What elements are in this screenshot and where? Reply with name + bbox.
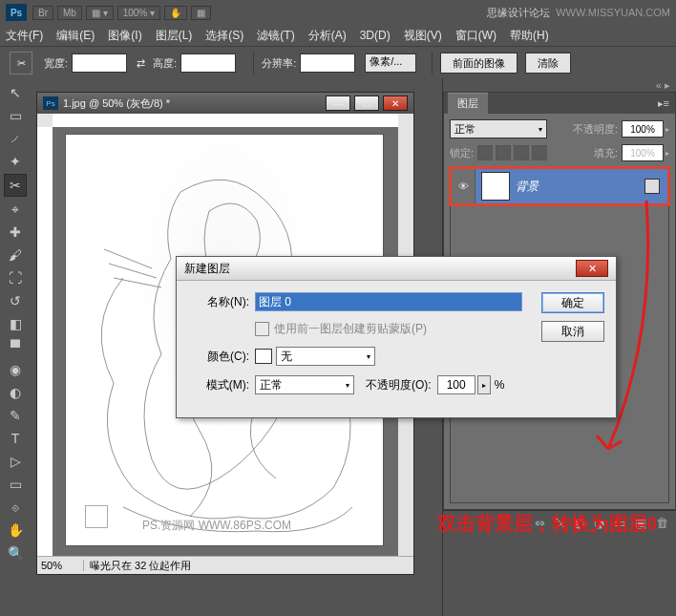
bridge-button[interactable]: Br [32,6,53,20]
ruler-vertical[interactable] [37,127,53,557]
dlg-opacity-label: 不透明度(O): [366,377,432,393]
heal-tool[interactable]: ✚ [5,222,26,243]
opacity-label: 不透明度: [573,122,618,137]
app-titlebar: Ps Br Mb ▦ ▾ 100% ▾ ✋ ▦ 思缘设计论坛 WWW.MISSY… [0,0,676,25]
doc-minimize-button[interactable]: — [326,96,350,111]
opacity-stepper[interactable]: ▸ [477,375,491,394]
blur-tool[interactable]: ◉ [5,359,26,380]
lock-label: 锁定: [450,146,474,160]
layer-name[interactable]: 背景 [516,179,539,195]
screen-mode-button[interactable]: ▦ ▾ [86,6,114,20]
mode-dropdown[interactable]: 正常▾ [255,375,354,394]
panel-menu-icon[interactable]: ▸≡ [658,97,669,110]
new-layer-dialog: 新建图层 ✕ 名称(N): 使用前一图层创建剪贴蒙版(P) 颜色(C): 无▾ … [176,256,617,418]
cancel-button[interactable]: 取消 [541,321,604,342]
hand-button[interactable]: ✋ [164,6,187,20]
document-statusbar: 50% 曝光只在 32 位起作用 [37,556,413,574]
layer-thumbnail[interactable] [481,172,510,201]
dlg-opacity-field[interactable]: 100 [437,375,475,394]
marquee-tool[interactable]: ▭ [5,105,26,126]
ok-button[interactable]: 确定 [541,292,604,313]
wand-tool[interactable]: ✦ [5,151,26,172]
toolbox: ↖ ▭ ⟋ ✦ ✂ ⌖ ✚ 🖌 ⛶ ↺ ◧ ▀ ◉ ◐ ✎ T ▷ ▭ ⟐ ✋ … [0,78,31,616]
stamp-tool[interactable]: ⛶ [5,267,26,288]
blend-mode-dropdown[interactable]: 正常▾ [450,119,547,138]
menu-analysis[interactable]: 分析(A) [308,28,347,44]
res-unit-dropdown[interactable]: 像素/... [365,53,416,73]
doc-close-button[interactable]: ✕ [383,96,408,111]
path-tool[interactable]: ▷ [5,451,26,472]
menu-layer[interactable]: 图层(L) [156,28,193,44]
menubar: 文件(F) 编辑(E) 图像(I) 图层(L) 选择(S) 滤镜(T) 分析(A… [0,25,676,46]
crop-tool-icon[interactable]: ✂ [10,52,32,74]
height-label: 高度: [153,56,177,71]
dialog-close-button[interactable]: ✕ [576,260,608,277]
opacity-field[interactable]: 100% [622,120,664,138]
zoom-tool[interactable]: 🔍 [5,542,26,563]
arrange-button[interactable]: ▦ [191,6,211,20]
name-label: 名称(N): [188,294,249,310]
menu-edit[interactable]: 编辑(E) [56,28,95,44]
visibility-icon[interactable]: 👁 [452,169,475,203]
res-label: 分辨率: [262,56,296,71]
eraser-tool[interactable]: ◧ [5,313,26,334]
dialog-title: 新建图层 [184,261,230,277]
menu-file[interactable]: 文件(F) [6,28,43,44]
3d-tool[interactable]: ⟐ [5,497,26,518]
color-dropdown[interactable]: 无▾ [276,347,375,366]
mode-label: 模式(M): [188,377,249,393]
layers-tab[interactable]: 图层 [448,93,488,114]
seal-icon [85,505,108,528]
menu-select[interactable]: 选择(S) [205,28,243,44]
delete-icon[interactable]: 🗑 [656,516,668,530]
doc-maximize-button[interactable]: ☐ [354,96,379,111]
lasso-tool[interactable]: ⟋ [5,128,26,149]
zoom-field[interactable]: 50% [41,560,84,571]
lock-pixels-icon[interactable] [496,145,511,160]
menu-window[interactable]: 窗口(W) [455,28,496,44]
fill-field[interactable]: 100% [622,144,664,161]
crop-tool[interactable]: ✂ [4,174,27,197]
options-bar: ✂ 宽度: ⇄ 高度: 分辨率: 像素/... 前面的图像 清除 [0,46,676,80]
brush-tool[interactable]: 🖌 [5,244,26,266]
minibridge-button[interactable]: Mb [57,6,82,20]
eyedropper-tool[interactable]: ⌖ [5,199,26,220]
height-field[interactable] [180,53,236,73]
color-label: 颜色(C): [188,349,249,365]
dodge-tool[interactable]: ◐ [5,382,26,403]
menu-help[interactable]: 帮助(H) [510,28,549,44]
ps-logo: Ps [6,4,27,21]
gradient-tool[interactable]: ▀ [5,336,26,357]
lock-position-icon[interactable] [514,145,529,160]
document-titlebar[interactable]: Ps 1.jpg @ 50% (灰色/8) * — ☐ ✕ [37,93,413,114]
pen-tool[interactable]: ✎ [5,405,26,426]
move-tool[interactable]: ↖ [5,82,26,103]
lock-all-icon[interactable] [532,145,547,160]
name-field[interactable] [255,292,522,311]
dialog-titlebar[interactable]: 新建图层 ✕ [177,257,616,281]
menu-filter[interactable]: 滤镜(T) [257,28,294,44]
status-text: 曝光只在 32 位起作用 [90,559,191,573]
layer-lock-icon[interactable] [644,179,660,194]
menu-view[interactable]: 视图(V) [404,28,442,44]
shape-tool[interactable]: ▭ [5,474,26,495]
panel-collapse-icon[interactable]: « ▸ [443,78,676,92]
menu-image[interactable]: 图像(I) [108,28,141,44]
zoom-dropdown[interactable]: 100% ▾ [117,6,160,20]
menu-3d[interactable]: 3D(D) [360,29,391,42]
ruler-horizontal[interactable] [53,114,398,128]
color-swatch[interactable] [255,349,272,364]
fill-label: 填充: [594,146,618,160]
pct-label: % [495,378,505,392]
layer-background[interactable]: 👁 背景 [451,168,668,204]
width-field[interactable] [72,53,127,73]
history-brush-tool[interactable]: ↺ [5,290,26,311]
front-image-button[interactable]: 前面的图像 [440,53,518,74]
clear-button[interactable]: 清除 [525,53,571,74]
res-field[interactable] [300,53,355,73]
hand-tool[interactable]: ✋ [5,520,26,541]
clip-checkbox [255,322,269,336]
lock-transparent-icon[interactable] [477,145,493,160]
title-right: 思缘设计论坛 WWW.MISSYUAN.COM [487,6,670,20]
type-tool[interactable]: T [5,428,26,449]
